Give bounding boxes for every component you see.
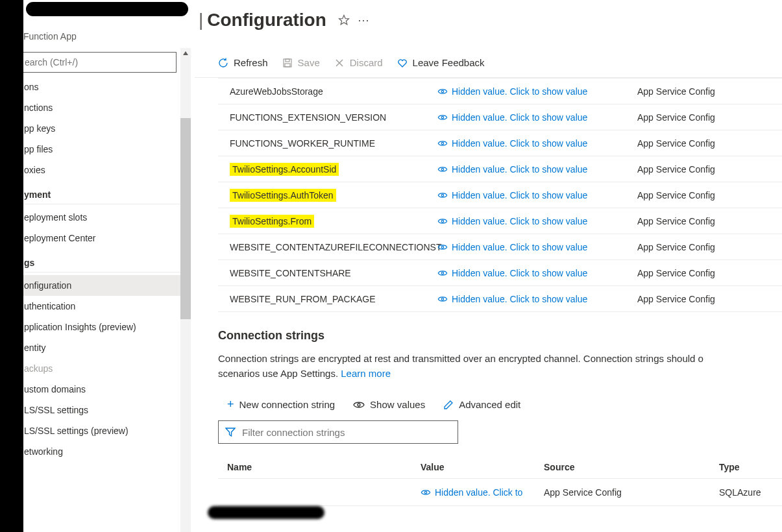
header-separator: | [199,10,203,30]
svg-point-8 [441,142,443,144]
svg-rect-2 [286,59,289,62]
app-setting-row[interactable]: TwilioSettings.FromHidden value. Click t… [218,208,782,234]
highlighted-name: TwilioSettings.AccountSid [230,163,339,176]
svg-point-13 [441,272,443,274]
app-setting-row[interactable]: FUNCTIONS_WORKER_RUNTIMEHidden value. Cl… [218,130,782,156]
app-setting-row[interactable]: WEBSITE_CONTENTAZUREFILECONNECTIONSTHidd… [218,234,782,260]
eye-icon [437,166,448,173]
save-icon [282,58,293,68]
main-panel: Refresh Save Discard Leave Feedback Azur… [195,48,782,532]
sidebar-item[interactable]: pplication Insights (preview) [19,317,182,337]
cs-header-name: Name [218,462,421,472]
app-setting-row[interactable]: TwilioSettings.AccountSidHidden value. C… [218,156,782,182]
save-button: Save [282,57,320,68]
save-label: Save [298,57,320,68]
pencil-icon [443,400,454,410]
svg-point-9 [441,168,443,170]
setting-value[interactable]: Hidden value. Click to show value [437,190,637,200]
setting-name: WEBSITE_CONTENTSHARE [218,268,437,278]
setting-name: WEBSITE_CONTENTAZUREFILECONNECTIONST [218,242,437,252]
connection-string-row[interactable]: Hidden value. Click to App Service Confi… [218,479,782,506]
advanced-edit-button[interactable]: Advanced edit [443,399,520,410]
sidebar-search-input[interactable] [19,52,177,73]
learn-more-link[interactable]: Learn more [341,368,391,379]
sidebar-item: ackups [19,358,182,379]
setting-source: App Service Config [637,294,782,304]
setting-source: App Service Config [637,242,782,252]
refresh-button[interactable]: Refresh [218,57,268,68]
setting-source: App Service Config [637,216,782,226]
discard-icon [334,58,345,68]
setting-name: AzureWebJobsStorage [218,86,437,97]
more-icon[interactable]: ⋯ [358,13,369,27]
sidebar-item[interactable]: eployment slots [19,207,182,228]
sidebar-item[interactable]: pp keys [19,118,182,139]
cs-header-value: Value [421,462,544,472]
cs-row-type: SQLAzure [719,487,782,498]
connection-strings-heading: Connection strings [218,329,782,343]
highlighted-name: TwilioSettings.From [230,215,314,228]
app-setting-row[interactable]: WEBSITE_RUN_FROM_PACKAGEHidden value. Cl… [218,286,782,312]
setting-value[interactable]: Hidden value. Click to show value [437,138,637,149]
highlighted-name: TwilioSettings.AuthToken [230,189,336,202]
sidebar-item[interactable]: ustom domains [19,379,182,400]
setting-source: App Service Config [637,268,782,278]
sidebar-item[interactable]: LS/SSL settings [19,400,182,420]
sidebar-item[interactable]: etworking [19,441,182,462]
setting-source: App Service Config [637,86,782,97]
setting-value[interactable]: Hidden value. Click to show value [437,86,637,97]
sidebar-item[interactable]: onfiguration [19,275,182,296]
show-values-button[interactable]: Show values [353,399,425,410]
app-setting-row[interactable]: WEBSITE_CONTENTSHAREHidden value. Click … [218,260,782,286]
eye-icon [437,140,448,147]
sidebar-item[interactable]: pp files [19,139,182,160]
svg-point-15 [358,404,360,406]
eye-icon [421,489,431,496]
sidebar-item[interactable]: entity [19,337,182,358]
setting-value[interactable]: Hidden value. Click to show value [437,164,637,175]
discard-button: Discard [334,57,383,68]
eye-icon [437,296,448,302]
setting-value[interactable]: Hidden value. Click to show value [437,294,637,304]
sidebar-item[interactable]: LS/SSL settings (preview) [19,420,182,441]
sidebar-group: gs [19,248,182,272]
favorite-icon[interactable] [338,14,350,26]
sidebar-item[interactable]: ons [19,77,182,97]
setting-value[interactable]: Hidden value. Click to show value [437,112,637,123]
sidebar-item[interactable]: eployment Center [19,228,182,248]
svg-point-16 [424,491,426,493]
sidebar-item[interactable]: nctions [19,97,182,118]
sidebar-nav: onsnctionspp keyspp filesoxiesymenteploy… [19,77,182,462]
filter-connection-strings[interactable] [218,420,458,444]
setting-value[interactable]: Hidden value. Click to show value [437,242,637,252]
filter-input[interactable] [242,427,451,438]
cs-row-value[interactable]: Hidden value. Click to [421,487,544,498]
app-setting-row[interactable]: TwilioSettings.AuthTokenHidden value. Cl… [218,182,782,208]
setting-value[interactable]: Hidden value. Click to show value [437,216,637,226]
svg-rect-3 [285,64,290,67]
svg-point-12 [441,246,443,248]
setting-name: FUNCTIONS_EXTENSION_VERSION [218,112,437,123]
redaction-connstring [208,506,324,519]
cs-row-source: App Service Config [544,487,719,498]
eye-icon [437,114,448,121]
new-connection-string-button[interactable]: + New connection string [227,398,335,411]
scrollbar-up-icon[interactable] [180,48,191,58]
setting-value[interactable]: Hidden value. Click to show value [437,268,637,278]
app-setting-row[interactable]: AzureWebJobsStorageHidden value. Click t… [218,79,782,104]
setting-name: FUNCTIONS_WORKER_RUNTIME [218,138,437,149]
cs-header-type: Type [719,462,782,472]
heart-icon [397,58,408,68]
eye-icon [437,192,448,199]
sidebar-item[interactable]: uthentication [19,296,182,317]
refresh-label: Refresh [234,57,268,68]
discard-label: Discard [350,57,383,68]
setting-source: App Service Config [637,164,782,175]
setting-name: TwilioSettings.AccountSid [218,163,437,176]
sidebar-scrollbar[interactable] [180,48,191,532]
feedback-button[interactable]: Leave Feedback [397,57,485,68]
app-setting-row[interactable]: FUNCTIONS_EXTENSION_VERSIONHidden value.… [218,104,782,130]
sidebar-item[interactable]: oxies [19,160,182,180]
scrollbar-thumb[interactable] [180,118,191,319]
setting-name: TwilioSettings.AuthToken [218,189,437,202]
